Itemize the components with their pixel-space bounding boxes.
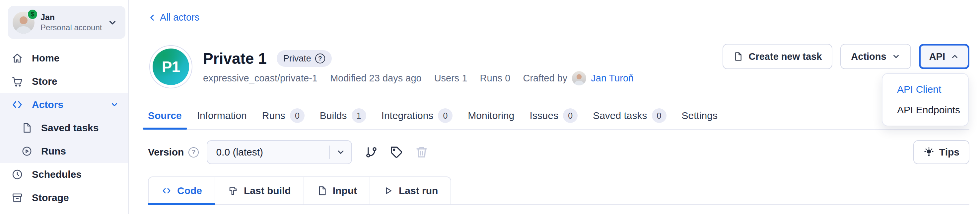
- sidebar-item-storage[interactable]: Storage: [0, 186, 128, 209]
- billing-dollar-badge-icon: $: [27, 9, 38, 19]
- actor-avatar-initials: P1: [153, 48, 189, 85]
- play-icon: [383, 185, 393, 196]
- page-title: Private 1: [203, 49, 267, 68]
- sidebar-item-label: Saved tasks: [41, 122, 99, 134]
- back-to-all-actors-link[interactable]: All actors: [148, 12, 199, 23]
- api-dropdown-menu: API Client API Endpoints: [882, 73, 969, 126]
- sidebar-item-label: Store: [32, 76, 57, 87]
- actions-button[interactable]: Actions: [840, 44, 911, 69]
- subtab-code[interactable]: Code: [148, 176, 215, 205]
- actor-avatar: P1: [149, 45, 192, 88]
- api-label: API: [929, 51, 945, 62]
- lightbulb-icon: [923, 147, 935, 158]
- storage-box-icon: [11, 192, 23, 204]
- modified-label: Modified 23 days ago: [330, 73, 422, 84]
- count-badge: 0: [438, 108, 452, 123]
- subtab-input[interactable]: Input: [304, 176, 370, 205]
- source-subtabs-wrap: Code Last build Input: [148, 176, 969, 205]
- tips-button[interactable]: Tips: [913, 140, 969, 164]
- tips-label: Tips: [939, 147, 959, 158]
- count-badge: 0: [290, 108, 305, 123]
- version-select[interactable]: 0.0 (latest): [207, 140, 352, 164]
- version-selected-value: 0.0 (latest): [216, 147, 263, 158]
- account-type: Personal account: [40, 22, 102, 33]
- help-circle-icon[interactable]: ?: [188, 147, 199, 158]
- sidebar-item-label: Schedules: [32, 169, 82, 180]
- sidebar-item-label: Runs: [41, 145, 66, 157]
- create-new-task-button[interactable]: Create new task: [722, 44, 832, 69]
- help-circle-icon[interactable]: ?: [315, 53, 325, 64]
- sidebar-item-schedules[interactable]: Schedules: [0, 163, 128, 186]
- chevron-down-icon: [110, 101, 119, 109]
- actor-title-row: Private 1 Private ?: [203, 49, 332, 68]
- actor-tabs: Source Information Runs0 Builds1 Integra…: [148, 108, 969, 129]
- sidebar-item-actors[interactable]: Actors: [0, 93, 128, 116]
- author-link[interactable]: Jan Turoň: [591, 73, 634, 84]
- play-circle-icon: [21, 145, 32, 157]
- count-badge: 0: [652, 108, 667, 123]
- tab-settings[interactable]: Settings: [682, 108, 718, 129]
- version-label: Version: [148, 147, 184, 158]
- account-texts: Jan Personal account: [40, 12, 102, 33]
- tab-source[interactable]: Source: [148, 108, 182, 129]
- visibility-badge: Private ?: [277, 50, 332, 67]
- chevron-left-icon: [148, 13, 157, 22]
- code-brackets-icon: [161, 185, 172, 196]
- create-new-task-label: Create new task: [748, 51, 822, 62]
- menu-item-api-client[interactable]: API Client: [883, 79, 968, 100]
- api-button[interactable]: API: [919, 44, 969, 69]
- version-toolbar: Version ? 0.0 (latest): [148, 140, 969, 165]
- account-name: Jan: [40, 12, 102, 22]
- count-badge: 1: [352, 108, 366, 123]
- chevron-down-icon: [892, 52, 900, 61]
- source-subtabs: Code Last build Input: [148, 176, 451, 205]
- chevron-up-icon: [950, 52, 959, 61]
- account-avatar: $: [13, 12, 35, 34]
- menu-item-api-endpoints[interactable]: API Endpoints: [883, 100, 968, 120]
- trash-icon: [415, 145, 428, 159]
- back-link-label: All actors: [160, 12, 199, 23]
- sidebar: $ Jan Personal account Home: [0, 0, 129, 214]
- sidebar-nav: Home Store Actors: [0, 46, 128, 209]
- tag-icon[interactable]: [390, 145, 403, 159]
- git-branch-icon[interactable]: [364, 145, 378, 159]
- apify-console-page: $ Jan Personal account Home: [0, 0, 980, 214]
- sidebar-item-label: Actors: [32, 99, 64, 110]
- home-icon: [11, 52, 23, 64]
- chevron-down-icon: [330, 147, 351, 157]
- actions-label: Actions: [851, 51, 886, 62]
- chevron-down-icon: [108, 18, 118, 27]
- tab-runs[interactable]: Runs0: [262, 108, 305, 129]
- tab-issues[interactable]: Issues0: [530, 108, 578, 129]
- tab-monitoring[interactable]: Monitoring: [468, 108, 514, 129]
- crafted-by-label: Crafted by: [523, 73, 567, 84]
- document-icon: [21, 122, 32, 134]
- visibility-badge-label: Private: [283, 53, 311, 64]
- sidebar-item-store[interactable]: Store: [0, 70, 128, 93]
- sidebar-item-runs[interactable]: Runs: [0, 140, 128, 163]
- subtab-last-build[interactable]: Last build: [215, 176, 304, 205]
- tab-information[interactable]: Information: [197, 108, 247, 129]
- document-icon: [317, 185, 328, 196]
- count-badge: 0: [563, 108, 578, 123]
- document-icon: [733, 51, 743, 61]
- sidebar-item-label: Home: [32, 53, 59, 64]
- tab-saved-tasks[interactable]: Saved tasks0: [593, 108, 666, 129]
- account-switcher[interactable]: $ Jan Personal account: [8, 6, 126, 39]
- sidebar-item-saved-tasks[interactable]: Saved tasks: [0, 116, 128, 140]
- tab-builds[interactable]: Builds1: [320, 108, 366, 129]
- runs-count: Runs 0: [480, 73, 511, 84]
- actors-nav-group: Actors Saved tasks Runs: [0, 93, 128, 163]
- header-actions: Create new task Actions API: [722, 44, 969, 69]
- subtab-last-run[interactable]: Last run: [370, 176, 451, 205]
- tab-integrations[interactable]: Integrations0: [382, 108, 453, 129]
- code-brackets-icon: [11, 99, 23, 111]
- actor-path: expressive_coast/private-1: [203, 73, 318, 84]
- store-cart-icon: [11, 75, 23, 88]
- main-content: All actors P1 Private 1 Private ? expres…: [129, 0, 980, 214]
- sidebar-item-home[interactable]: Home: [0, 46, 128, 70]
- clock-icon: [11, 168, 23, 180]
- hammer-build-icon: [228, 185, 239, 196]
- actor-meta-row: expressive_coast/private-1 Modified 23 d…: [203, 70, 634, 86]
- author-avatar: [572, 71, 586, 85]
